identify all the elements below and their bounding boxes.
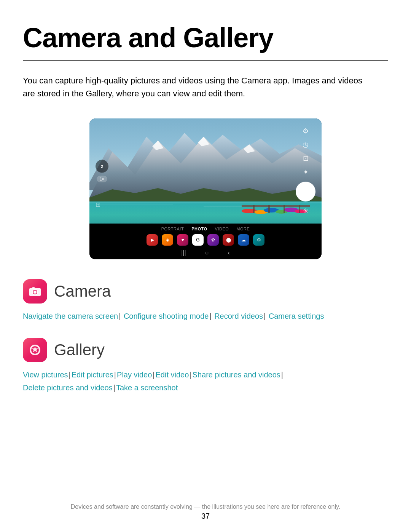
svg-rect-20 [284,205,285,213]
video-mode[interactable]: VIDEO [215,227,229,231]
navigate-camera-screen-link[interactable]: Navigate the camera screen [23,312,118,320]
camera-links: Navigate the camera screen| Configure sh… [23,310,388,323]
configure-shooting-mode-link[interactable]: Configure shooting mode [124,312,209,320]
sep-g3: | [153,371,155,379]
gallery-links: View pictures|Edit pictures|Play video|E… [23,368,388,394]
footer-page-number: 37 [201,512,210,521]
nav-home-icon[interactable]: ○ [205,249,209,256]
app-icon-3[interactable]: ♥ [177,234,188,246]
app-icon-6[interactable]: ⬤ [223,234,234,246]
grid-icon[interactable]: ⊞ [96,201,100,208]
camera-section-title: Camera [54,282,111,300]
camera-ui: 2 1× ⚙ ◷ ⊡ ✦ ✳ ⊞ [89,118,322,224]
zoom-number: 2 [96,160,108,173]
svg-rect-18 [253,205,255,213]
intro-paragraph: You can capture high-quality pictures an… [23,74,373,100]
sep-g1: | [69,371,71,379]
camera-nav-row: ||| ○ ‹ [89,248,322,258]
sep-g4: | [190,371,191,379]
timer-icon[interactable]: ◷ [303,141,309,149]
camera-right-controls: ⚙ ◷ ⊡ ✦ ✳ [296,127,315,215]
app-icon-8[interactable]: ⚙ [253,234,264,246]
gallery-section-header: Gallery [23,338,388,362]
app-icon-5[interactable]: ✿ [207,234,219,246]
view-pictures-link[interactable]: View pictures [23,371,68,379]
phone-screenshot-container: 2 1× ⚙ ◷ ⊡ ✦ ✳ ⊞ PORTRAIT PHOTO VIDEO MO… [23,118,388,259]
shutter-button[interactable] [296,182,315,201]
delete-pictures-videos-link[interactable]: Delete pictures and videos [23,383,113,392]
footer-note: Devices and software are constantly evol… [71,503,341,510]
sep-g5: | [281,371,283,379]
record-videos-link[interactable]: Record videos [214,312,263,320]
page-title: Camera and Gallery [23,23,388,53]
camera-app-icon [23,279,47,304]
camera-left-controls: 2 1× [96,160,108,182]
edit-pictures-link[interactable]: Edit pictures [72,371,113,379]
svg-rect-8 [89,202,322,203]
separator-2: | [209,312,211,320]
app-icon-4[interactable]: G [192,234,204,246]
svg-rect-25 [32,287,35,289]
separator-1: | [119,312,121,320]
aspect-ratio-icon[interactable]: ⊡ [303,154,309,163]
filters-icon[interactable]: ✳ [303,207,309,215]
take-screenshot-link[interactable]: Take a screenshot [116,383,178,392]
portrait-mode[interactable]: PORTRAIT [161,227,184,231]
footer: Devices and software are constantly evol… [0,503,411,521]
camera-bottom-bar: PORTRAIT PHOTO VIDEO MORE ▶ ◈ ♥ G ✿ ⬤ ☁ … [89,224,322,259]
app-icon-2[interactable]: ◈ [162,234,173,246]
ai-icon[interactable]: ✦ [303,168,309,176]
photo-mode[interactable]: PHOTO [191,227,207,231]
camera-modes: PORTRAIT PHOTO VIDEO MORE [89,227,322,231]
svg-rect-19 [268,205,270,213]
separator-3: | [264,312,266,320]
app-icon-1[interactable]: ▶ [147,234,158,246]
camera-section-header: Camera [23,279,388,304]
svg-point-24 [33,291,37,294]
share-pictures-videos-link[interactable]: Share pictures and videos [193,371,280,379]
svg-rect-9 [97,204,173,205]
camera-apps-row: ▶ ◈ ♥ G ✿ ⬤ ☁ ⚙ [89,234,322,246]
nav-recent-icon[interactable]: ‹ [228,249,229,256]
sep-g6: | [113,383,115,392]
zoom-level: 1× [97,176,107,182]
phone-screenshot: 2 1× ⚙ ◷ ⊡ ✦ ✳ ⊞ PORTRAIT PHOTO VIDEO MO… [89,118,322,259]
more-mode[interactable]: MORE [236,227,250,231]
gallery-section-title: Gallery [54,341,105,359]
app-icon-7[interactable]: ☁ [238,234,249,246]
sep-g2: | [114,371,116,379]
gallery-app-icon [23,338,47,362]
settings-icon[interactable]: ⚙ [303,127,309,135]
edit-video-link[interactable]: Edit video [156,371,189,379]
play-video-link[interactable]: Play video [117,371,152,379]
camera-settings-link[interactable]: Camera settings [269,312,324,320]
title-divider [23,60,388,61]
nav-back-icon[interactable]: ||| [181,249,186,256]
